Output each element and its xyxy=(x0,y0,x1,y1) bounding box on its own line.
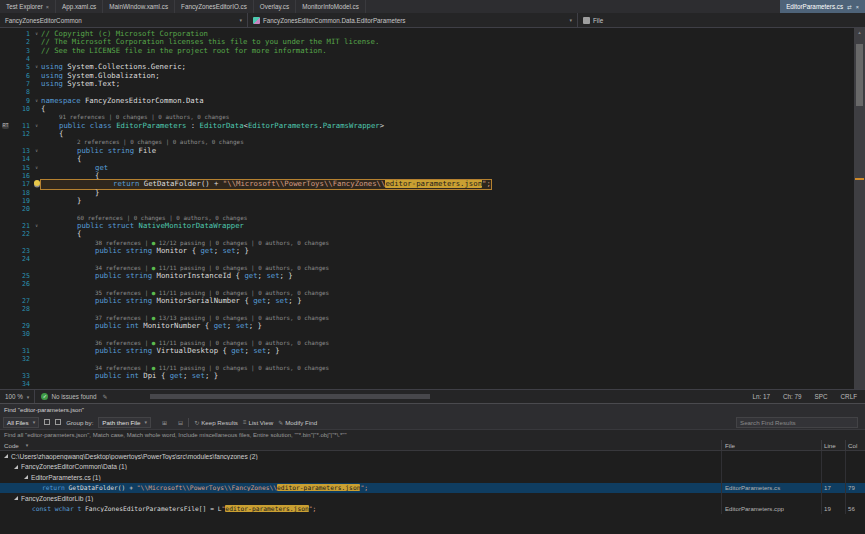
code-line-17[interactable]: 17return GetDataFolder() + "\\Microsoft\… xyxy=(0,180,854,188)
code-line-20[interactable]: 20 xyxy=(0,205,854,213)
edit-icon[interactable]: ✎ xyxy=(103,393,108,400)
code-line-23[interactable]: 23public string Monitor { get; set; } xyxy=(0,247,854,255)
open-file-icon[interactable] xyxy=(44,419,50,425)
tab-app-xaml-cs[interactable]: App.xaml.cs xyxy=(56,0,103,13)
find-result-row[interactable]: const wchar_t FancyZonesEditorParameters… xyxy=(0,504,865,515)
code-text: public string MonitorInstanceId { get; s… xyxy=(41,272,293,280)
code-line-12[interactable]: 12{ xyxy=(0,130,854,138)
list-view-button[interactable]: ≡ List View xyxy=(243,419,273,426)
code-line-15[interactable]: 15∨get xyxy=(0,164,854,172)
line-number: 25 xyxy=(11,272,32,280)
horizontal-scrollbar-thumb[interactable] xyxy=(150,394,430,399)
expand-arrow-icon[interactable] xyxy=(14,465,18,469)
vertical-scrollbar[interactable]: ▴ xyxy=(854,28,865,389)
code-line-3[interactable]: 3// See the LICENSE file in the project … xyxy=(0,47,854,55)
column-header-file[interactable]: File xyxy=(721,440,821,450)
fold-chevron-icon[interactable]: ∨ xyxy=(32,63,41,71)
find-results-title-bar[interactable]: Find "editor-parameters.json" xyxy=(0,404,865,415)
code-line-19[interactable]: 19} xyxy=(0,197,854,205)
copy-results-icon[interactable] xyxy=(55,419,61,425)
search-match-highlight: editor-parameters.json xyxy=(385,179,482,188)
code-line-25[interactable]: 25public string MonitorInstanceId { get;… xyxy=(0,272,854,280)
code-token: get xyxy=(200,246,213,255)
code-line-10[interactable]: 10{ xyxy=(0,105,854,113)
expand-arrow-icon[interactable] xyxy=(14,496,18,500)
tab-editorparameters[interactable]: EditorParameters.cs ⇄ × xyxy=(780,0,865,13)
scrollbar-thumb[interactable] xyxy=(856,44,863,106)
code-line-32[interactable]: 32 xyxy=(0,355,854,363)
tab-test-explorer[interactable]: Test Explorer× xyxy=(0,0,56,13)
file-filter-dropdown[interactable]: All Files ▾ xyxy=(3,417,39,428)
code-line-11[interactable]: RT11∨public class EditorParameters : Edi… xyxy=(0,122,854,130)
zoom-control[interactable]: 100 % ▾ xyxy=(0,390,35,403)
tab-monitorinfomodel-cs[interactable]: MonitorInfoModel.cs xyxy=(296,0,366,13)
expand-arrow-icon[interactable] xyxy=(24,475,28,479)
find-group-row[interactable]: FancyZonesEditorCommon\Data (1) xyxy=(0,462,865,473)
fold-chevron-icon[interactable]: ∨ xyxy=(32,122,41,130)
group-by-dropdown[interactable]: Path then File ▾ xyxy=(98,417,151,428)
expand-arrow-icon[interactable] xyxy=(4,454,8,458)
line-ending-indicator[interactable]: CRLF xyxy=(841,393,857,400)
result-line: 17 xyxy=(821,483,845,494)
code-token: "; xyxy=(309,505,317,512)
expand-all-icon[interactable]: ⊞ xyxy=(162,419,167,426)
group-label: C:\Users\zhaopengwang\Desktop\powertoys\… xyxy=(11,453,258,460)
code-token: ● xyxy=(152,290,159,296)
spaces-indicator[interactable]: SPC xyxy=(815,393,828,400)
result-file xyxy=(721,472,821,483)
health-indicator-label[interactable]: No issues found xyxy=(51,393,96,400)
code-line-31[interactable]: 31public string VirtualDesktop { get; se… xyxy=(0,347,854,355)
code-line-26[interactable]: 26 xyxy=(0,280,854,288)
find-group-row[interactable]: EditorParameters.cs (1) xyxy=(0,472,865,483)
code-editor[interactable]: 1∨// Copyright (c) Microsoft Corporation… xyxy=(0,28,854,389)
fold-chevron-icon[interactable]: ∨ xyxy=(32,164,41,172)
member-dropdown[interactable]: File xyxy=(578,13,865,27)
code-line-22[interactable]: 22{ xyxy=(0,230,854,238)
code-line-34[interactable]: 34 xyxy=(0,380,854,388)
code-token: MonitorSerialNumber xyxy=(157,296,240,305)
find-group-row[interactable]: FancyZonesEditorLib (1) xyxy=(0,493,865,504)
collapse-all-icon[interactable]: ⊟ xyxy=(178,419,183,426)
file-filter-label: All Files xyxy=(7,419,29,426)
code-line-24[interactable]: 24 xyxy=(0,255,854,263)
keep-results-button[interactable]: ↻ Keep Results xyxy=(194,419,238,426)
code-line-27[interactable]: 27public string MonitorSerialNumber { ge… xyxy=(0,297,854,305)
fold-chevron-icon[interactable]: ∨ xyxy=(32,97,41,105)
code-line-28[interactable]: 28 xyxy=(0,305,854,313)
code-line-13[interactable]: 13∨public string File xyxy=(0,147,854,155)
code-token: { xyxy=(41,104,45,113)
line-number: 10 xyxy=(11,105,32,113)
code-line-14[interactable]: 14{ xyxy=(0,155,854,163)
compare-files-icon[interactable]: ⇄ xyxy=(847,4,852,10)
modify-find-button[interactable]: ✎ Modify Find xyxy=(278,419,317,426)
code-line-6[interactable]: 6using System.Globalization; xyxy=(0,72,854,80)
code-line-9[interactable]: 9∨namespace FancyZonesEditorCommon.Data xyxy=(0,97,854,105)
fold-chevron-icon[interactable]: ∨ xyxy=(32,147,41,155)
find-group-row[interactable]: C:\Users\zhaopengwang\Desktop\powertoys\… xyxy=(0,451,865,462)
find-result-row[interactable]: return GetDataFolder() + "\\Microsoft\\P… xyxy=(0,483,865,494)
code-token: public class xyxy=(59,121,116,130)
code-line-29[interactable]: 29public int MonitorNumber { get; set; } xyxy=(0,322,854,330)
column-header-line[interactable]: Line xyxy=(821,440,845,450)
code-token: File xyxy=(139,146,157,155)
tab-mainwindow-xaml-cs[interactable]: MainWindow.xaml.cs xyxy=(103,0,175,13)
code-line-30[interactable]: 30 xyxy=(0,330,854,338)
tab-fancyzoneseditorio-cs[interactable]: FancyZonesEditorIO.cs xyxy=(175,0,254,13)
close-icon[interactable]: × xyxy=(856,4,859,10)
tab-overlay-cs[interactable]: Overlay.cs xyxy=(254,0,296,13)
close-icon[interactable]: × xyxy=(46,4,49,10)
code-line-7[interactable]: 7using System.Text; xyxy=(0,80,854,88)
code-token: ; xyxy=(227,321,236,330)
code-line-33[interactable]: 33public int Dpi { get; set; } xyxy=(0,372,854,380)
type-dropdown[interactable]: FancyZonesEditorCommon.Data.EditorParame… xyxy=(248,13,578,27)
search-find-results-input[interactable] xyxy=(736,417,858,428)
lightbulb-icon[interactable] xyxy=(32,180,41,189)
fold-chevron-icon[interactable]: ∨ xyxy=(32,222,41,230)
code-line-18[interactable]: 18} xyxy=(0,189,854,197)
column-header-col[interactable]: Col xyxy=(845,440,865,450)
project-dropdown[interactable]: FancyZonesEditorCommon ▾ xyxy=(0,13,248,27)
code-line-21[interactable]: 21∨public struct NativeMonitorDataWrappe… xyxy=(0,222,854,230)
scroll-up-icon[interactable]: ▴ xyxy=(854,28,865,36)
fold-chevron-icon[interactable]: ∨ xyxy=(32,30,41,38)
column-header-code[interactable]: Code ▾ xyxy=(0,442,721,449)
